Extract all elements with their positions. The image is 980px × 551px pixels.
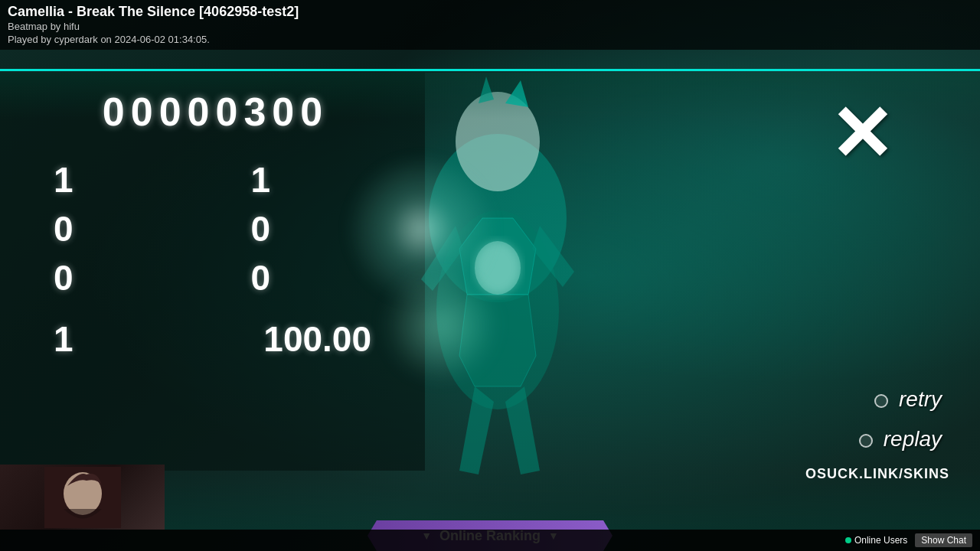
score-digit-5: 0 xyxy=(216,92,238,132)
thumb-svg xyxy=(44,467,121,528)
score-display: 0 0 0 0 0 3 0 0 1 1 0 0 0 0 1 100.00 xyxy=(0,77,425,375)
skins-link[interactable]: OSUCK.LINK/SKINS xyxy=(805,466,949,482)
score-digit-3: 0 xyxy=(159,92,181,132)
online-users-item[interactable]: Online Users xyxy=(845,535,907,546)
stat-mid-left: 0 xyxy=(54,211,175,246)
score-digit-2: 0 xyxy=(131,92,153,132)
close-button[interactable]: ✕ xyxy=(812,84,911,184)
stat-bot-right: 0 xyxy=(251,260,372,295)
replay-icon xyxy=(859,434,873,448)
score-digit-4: 0 xyxy=(188,92,210,132)
stat-bot-left: 0 xyxy=(54,260,175,295)
beatmap-info: Beatmap by hifu xyxy=(8,21,972,34)
play-info: Played by cyperdark on 2024-06-02 01:34:… xyxy=(8,34,972,47)
stat-top-right: 1 xyxy=(251,162,372,197)
song-title: Camellia - Break The Silence [4062958-te… xyxy=(8,3,972,21)
show-chat-button[interactable]: Show Chat xyxy=(915,533,972,547)
stats-grid: 1 1 0 0 0 0 xyxy=(23,162,402,295)
stat-accuracy: 100.00 xyxy=(263,318,371,360)
score-digit-7: 0 xyxy=(272,92,294,132)
skins-label: OSUCK.LINK/SKINS xyxy=(805,466,949,481)
bottom-stats-row: 1 100.00 xyxy=(23,318,402,360)
action-buttons: retry replay xyxy=(859,387,942,452)
thumbnail-area xyxy=(0,465,165,530)
stat-bottom-left: 1 xyxy=(54,318,74,360)
retry-label: retry xyxy=(899,387,942,411)
online-users-label: Online Users xyxy=(854,535,907,546)
retry-icon xyxy=(874,394,888,408)
thumbnail-image xyxy=(0,465,165,530)
stat-top-left: 1 xyxy=(54,162,175,197)
replay-button[interactable]: replay xyxy=(859,427,942,452)
score-digit-1: 0 xyxy=(103,92,125,132)
replay-label: replay xyxy=(884,427,942,451)
retry-button[interactable]: retry xyxy=(859,387,942,412)
show-chat-label: Show Chat xyxy=(921,535,966,546)
score-digits-row: 0 0 0 0 0 3 0 0 xyxy=(23,92,402,132)
close-icon: ✕ xyxy=(829,96,893,172)
bottom-bar: Online Users Show Chat xyxy=(0,530,980,551)
stat-mid-right: 0 xyxy=(251,211,372,246)
score-digit-8: 0 xyxy=(300,92,322,132)
accent-divider xyxy=(0,69,980,71)
online-indicator xyxy=(845,537,851,543)
top-bar: Camellia - Break The Silence [4062958-te… xyxy=(0,0,980,50)
score-digit-6: 3 xyxy=(243,92,266,132)
